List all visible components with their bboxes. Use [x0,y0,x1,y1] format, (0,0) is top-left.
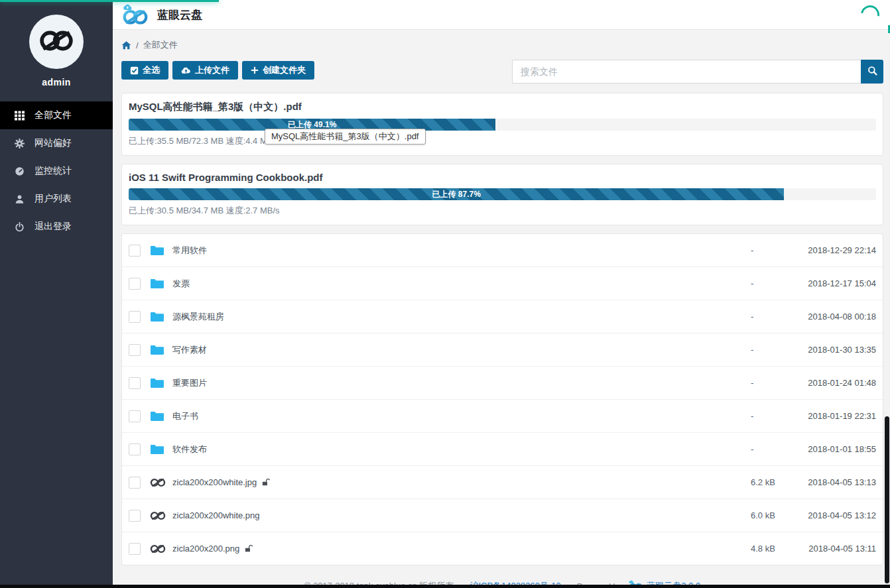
file-name[interactable]: zicla200x200white.png [172,510,260,520]
breadcrumb-current: 全部文件 [143,39,178,51]
folder-icon [150,411,167,422]
file-date: 2018-04-05 13:12 [781,510,876,520]
upload-filename: iOS 11 Swift Programming Cookbook.pdf [129,172,876,183]
file-date: 2018-12-17 15:04 [781,278,876,288]
dashboard-icon [14,166,25,176]
row-checkbox[interactable] [129,344,141,356]
toolbar-buttons: 全选 上传文件 创建文件夹 [121,61,318,80]
scrollbar-thumb[interactable] [885,416,889,583]
file-row[interactable]: 软件发布 - 2018-01-01 18:55 [122,432,883,465]
file-name[interactable]: zicla200x200white.jpg [172,477,257,487]
sidebar-item-all-files[interactable]: 全部文件 [0,101,113,129]
upload-file-button[interactable]: 上传文件 [172,61,238,80]
upload-progress-bar: 已上传 49.1% [129,119,876,131]
file-thumbnail-icon [150,478,167,487]
lock-open-icon [245,544,253,553]
row-checkbox[interactable] [129,543,141,555]
file-row[interactable]: 写作素材 - 2018-01-30 13:35 [122,333,883,366]
create-folder-button[interactable]: 创建文件夹 [242,61,314,80]
folder-icon [150,312,167,322]
folder-icon [150,245,167,256]
file-name[interactable]: 发票 [172,278,190,290]
file-name[interactable]: 写作素材 [172,344,207,356]
file-row[interactable]: 电子书 - 2018-01-19 22:31 [122,399,883,432]
row-checkbox[interactable] [129,278,141,290]
file-name[interactable]: zicla200x200.png [172,544,239,554]
row-checkbox[interactable] [129,377,141,389]
file-date: 2018-04-08 00:18 [781,312,876,322]
folder-icon [150,378,167,388]
file-name[interactable]: 电子书 [172,410,198,422]
search-box [512,60,883,84]
file-row[interactable]: 重要图片 - 2018-01-24 01:48 [122,366,883,399]
toolbar-row: 全选 上传文件 创建文件夹 [121,60,883,84]
row-checkbox[interactable] [129,245,141,257]
file-row[interactable]: zicla200x200white.jpg 6.2 kB 2018-04-05 … [122,465,883,499]
file-row[interactable]: 发票 - 2018-12-17 15:04 [122,266,883,300]
file-size: - [751,278,781,288]
content: / 全部文件 全选 上传文件 创建文件夹 [113,30,890,588]
user-icon [14,194,25,204]
file-size: 6.0 kB [751,510,781,520]
sidebar-item-logout[interactable]: 退出登录 [0,213,113,241]
file-row[interactable]: zicla200x200white.png 6.0 kB 2018-04-05 … [122,499,883,532]
sidebar-item-user-list[interactable]: 用户列表 [0,185,113,213]
upload-progress-bar: 已上传 87.7% [129,188,876,200]
file-name[interactable]: 软件发布 [172,443,207,455]
file-size: 4.8 kB [751,544,781,554]
brand-logo-icon[interactable] [121,4,150,25]
file-date: 2018-12-29 22:14 [781,245,876,255]
row-checkbox[interactable] [129,410,141,422]
upload-detail: 已上传:35.5 MB/72.3 MB 速度:4.4 MB/s [129,135,876,147]
file-thumbnail-icon [150,544,167,554]
check-square-icon [130,66,139,75]
folder-icon [150,444,167,455]
avatar-infinity-logo-icon [38,29,75,56]
upload-detail: 已上传:30.5 MB/34.7 MB 速度:2.7 MB/s [129,205,876,217]
file-date: 2018-04-05 13:13 [781,477,876,487]
row-checkbox[interactable] [129,443,141,455]
file-name[interactable]: 常用软件 [172,245,207,257]
header: 蓝眼云盘 [113,0,890,30]
file-date: 2018-01-01 18:55 [781,444,876,454]
file-list: 常用软件 - 2018-12-29 22:14 发票 - 2018-12-17 … [121,233,883,565]
file-size: - [751,245,781,255]
file-size: - [751,312,781,322]
file-size: - [751,411,781,421]
username: admin [0,77,113,88]
select-all-label: 全选 [143,64,160,76]
upload-progress-fill: 已上传 87.7% [129,188,784,200]
app-title: 蓝眼云盘 [157,7,202,23]
file-name[interactable]: 重要图片 [172,377,207,389]
upload-panel: iOS 11 Swift Programming Cookbook.pdf 已上… [121,164,883,225]
search-input[interactable] [512,60,861,84]
file-size: - [751,378,781,388]
cloud-upload-icon [181,67,191,74]
file-name[interactable]: 源枫景苑租房 [172,311,224,323]
file-row[interactable]: 常用软件 - 2018-12-29 22:14 [122,234,883,266]
select-all-button[interactable]: 全选 [121,61,168,80]
home-icon[interactable] [121,40,131,50]
folder-icon [150,278,167,289]
sidebar-item-site-pref[interactable]: 网站偏好 [0,129,113,157]
sidebar: admin 全部文件 网站偏好 监控统计 用户列表 退出登录 [0,0,113,588]
gear-icon [14,138,25,148]
file-size: - [751,345,781,355]
grid-icon [14,110,25,121]
file-size: 6.2 kB [751,477,781,487]
avatar [29,15,84,69]
sidebar-item-monitor[interactable]: 监控统计 [0,157,113,185]
file-row[interactable]: 源枫景苑租房 - 2018-04-08 00:18 [122,300,883,333]
power-icon [14,221,25,232]
bottom-edge-strip [0,585,890,588]
file-date: 2018-04-05 13:11 [781,544,876,554]
breadcrumb: / 全部文件 [121,30,883,60]
row-checkbox[interactable] [129,510,141,522]
search-button[interactable] [861,60,883,84]
create-folder-label: 创建文件夹 [263,64,306,76]
search-icon [867,66,877,78]
row-checkbox[interactable] [129,311,141,323]
file-row[interactable]: zicla200x200.png 4.8 kB 2018-04-05 13:11 [122,532,883,565]
row-checkbox[interactable] [129,477,141,489]
sidebar-nav: 全部文件 网站偏好 监控统计 用户列表 退出登录 [0,101,113,241]
